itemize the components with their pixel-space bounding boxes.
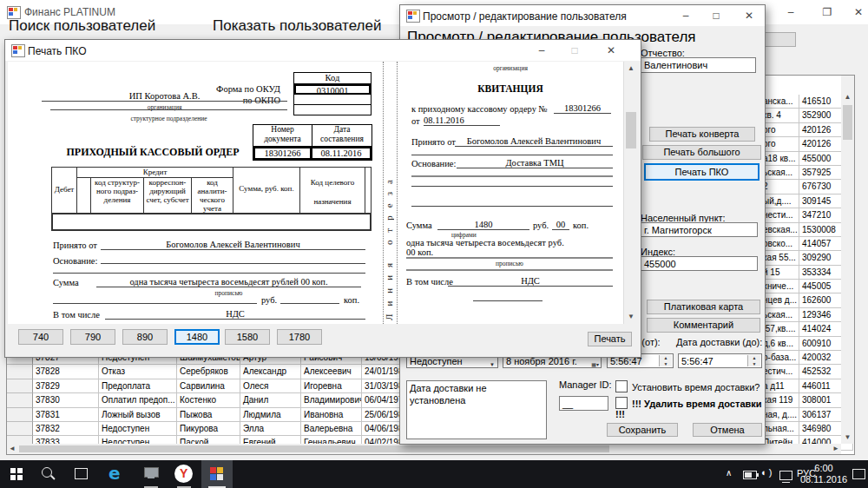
cell-address[interactable]: евская... bbox=[760, 223, 799, 237]
cell-id[interactable]: 37830 bbox=[33, 393, 99, 407]
cell-middlename[interactable]: Алексеевич bbox=[301, 365, 362, 379]
print-big-envelope-button[interactable]: Печать большого конверта bbox=[642, 145, 761, 160]
cell-address[interactable]: ый,д.... bbox=[760, 195, 799, 208]
minimize-icon[interactable]: – bbox=[786, 7, 796, 17]
task-view-icon[interactable] bbox=[66, 460, 95, 488]
cell-address[interactable]: д,6 кв... bbox=[760, 337, 799, 351]
cell-id[interactable]: 37832 bbox=[33, 422, 99, 436]
table-hscrollbar[interactable]: ◄ ► bbox=[7, 444, 841, 454]
cell-id[interactable]: 37828 bbox=[33, 365, 99, 379]
set-delivery-time-checkbox[interactable]: Установить время доставки? bbox=[615, 380, 760, 392]
cell-lastname[interactable]: Пикурова bbox=[177, 422, 240, 436]
cell-status[interactable]: Недоступен bbox=[99, 422, 177, 436]
cell-address[interactable]: о-база... bbox=[760, 351, 799, 365]
cancel-button[interactable]: Отмена bbox=[693, 423, 762, 437]
amount-button-890[interactable]: 890 bbox=[122, 329, 168, 345]
cell-address[interactable]: нести... bbox=[760, 208, 799, 222]
network-icon[interactable] bbox=[779, 471, 792, 480]
vscroll-thumb[interactable] bbox=[843, 105, 852, 140]
cell-address[interactable]: хниче... bbox=[760, 280, 799, 293]
manager-id-input[interactable]: __ bbox=[559, 396, 608, 411]
clock-date[interactable]: 08.11.2016 bbox=[797, 474, 851, 485]
cell-firstname[interactable]: Олеся bbox=[240, 379, 301, 393]
notification-center-icon[interactable] bbox=[852, 469, 865, 479]
cell-firstname[interactable]: Данил bbox=[240, 393, 301, 407]
cell-address[interactable]: ьская... bbox=[760, 308, 799, 322]
close-icon[interactable]: ✕ bbox=[606, 45, 616, 56]
print-envelope-button[interactable]: Печать конверта bbox=[649, 127, 755, 142]
cell-firstname[interactable]: Александр bbox=[240, 365, 301, 379]
cell-address[interactable]: кая 55... bbox=[760, 251, 799, 265]
cell-id[interactable]: 37831 bbox=[33, 408, 99, 422]
start-button[interactable] bbox=[2, 460, 31, 488]
cell-address[interactable]: льная... bbox=[760, 422, 799, 436]
cell-firstname[interactable]: Элла bbox=[240, 422, 301, 436]
cell-middlename[interactable]: Валерьевна bbox=[301, 422, 362, 436]
preview-scrollbar[interactable]: ▲ ▼ bbox=[623, 62, 638, 324]
clock-time[interactable]: 6:00 bbox=[806, 463, 842, 473]
cell-status[interactable]: Предоплата bbox=[99, 379, 177, 393]
scroll-left-icon[interactable]: ◄ bbox=[9, 445, 16, 453]
remote-app-icon[interactable] bbox=[136, 460, 166, 488]
restore-icon[interactable]: ❐ bbox=[822, 7, 832, 17]
cell-address[interactable]: ная, д.... bbox=[760, 408, 799, 422]
vscroll-thumb[interactable] bbox=[626, 112, 636, 148]
cell-lastname[interactable]: Пыжова bbox=[177, 408, 240, 422]
cell-address[interactable]: кв. 4 bbox=[760, 109, 799, 122]
cell-id[interactable]: 37829 bbox=[33, 379, 99, 393]
city-input[interactable]: г. Магнитогорск bbox=[641, 222, 758, 237]
amount-button-1480-selected[interactable]: 1480 bbox=[174, 329, 220, 345]
cell-address[interactable]: кая 119 bbox=[760, 393, 799, 407]
cell-middlename[interactable]: Владимирович bbox=[301, 393, 362, 407]
spinner-arrows-icon[interactable]: ▲▼ bbox=[659, 355, 672, 366]
cell-address[interactable]: 2 bbox=[760, 180, 799, 194]
yandex-browser-icon[interactable]: Y bbox=[169, 460, 199, 488]
print-pko-button[interactable]: Печать ПКО bbox=[644, 163, 760, 181]
cell-address[interactable]: анска... bbox=[760, 95, 799, 109]
cell-address[interactable]: ого bbox=[760, 137, 799, 151]
cell-lastname[interactable]: Костенко bbox=[177, 393, 240, 407]
cell-address[interactable]: естич... bbox=[760, 365, 799, 379]
row-header-cell[interactable] bbox=[7, 379, 33, 393]
cell-address[interactable]: а18 кв... bbox=[760, 152, 799, 166]
scroll-right-icon[interactable]: ► bbox=[832, 445, 839, 453]
close-icon[interactable]: ✕ bbox=[853, 7, 864, 17]
cell-address[interactable]: ого bbox=[760, 123, 799, 137]
row-header-cell[interactable] bbox=[7, 408, 33, 422]
battery-icon[interactable] bbox=[743, 471, 757, 479]
row-header-cell[interactable] bbox=[7, 393, 33, 407]
cell-status[interactable]: Оплатил предоп... bbox=[99, 393, 177, 407]
amount-button-790[interactable]: 790 bbox=[70, 329, 115, 345]
row-header-cell[interactable] bbox=[7, 365, 33, 379]
hscroll-thumb[interactable] bbox=[19, 445, 609, 452]
cell-address[interactable]: а д11 bbox=[760, 379, 799, 393]
amount-button-740[interactable]: 740 bbox=[18, 329, 63, 345]
delete-delivery-time-checkbox[interactable]: !!! Удалить время доставки !!! bbox=[615, 397, 765, 419]
finans-app-taskbar-button[interactable] bbox=[201, 460, 233, 488]
cell-middlename[interactable]: Игоревна bbox=[301, 379, 362, 393]
table-vscrollbar[interactable]: ▲ ▼ bbox=[841, 76, 854, 444]
scroll-down-icon[interactable]: ▼ bbox=[624, 313, 638, 321]
patronymic-input[interactable]: Валентинович bbox=[641, 57, 756, 73]
cell-address[interactable]: й 15 bbox=[760, 266, 799, 280]
cell-address[interactable]: ьская... bbox=[760, 166, 799, 180]
edge-browser-icon[interactable]: e bbox=[102, 460, 132, 488]
spinner-arrows-icon[interactable]: ▲▼ bbox=[747, 355, 760, 366]
close-icon[interactable]: ✕ bbox=[744, 10, 754, 21]
cell-status[interactable]: Отказ bbox=[99, 365, 177, 379]
save-button[interactable]: Сохранить bbox=[607, 423, 678, 437]
checkbox-icon[interactable] bbox=[615, 380, 628, 392]
scroll-up-icon[interactable]: ▲ bbox=[841, 93, 854, 102]
tab-search-users[interactable]: Поиск пользователей bbox=[9, 17, 155, 35]
cell-lastname[interactable]: Серебряков bbox=[177, 365, 240, 379]
cell-address[interactable]: нцев д... bbox=[760, 293, 799, 307]
cell-firstname[interactable]: Людмила bbox=[240, 408, 301, 422]
partial-button[interactable] bbox=[764, 32, 796, 47]
cell-middlename[interactable]: Ивановна bbox=[301, 408, 362, 422]
print-button[interactable]: Печать bbox=[588, 332, 632, 346]
scroll-up-icon[interactable]: ▲ bbox=[624, 64, 638, 73]
minimize-icon[interactable]: – bbox=[536, 45, 547, 56]
comment-button[interactable]: Комментарий bbox=[647, 318, 760, 333]
plastic-card-button[interactable]: Платиковая карта bbox=[647, 300, 760, 314]
maximize-icon[interactable]: □ bbox=[711, 10, 721, 21]
